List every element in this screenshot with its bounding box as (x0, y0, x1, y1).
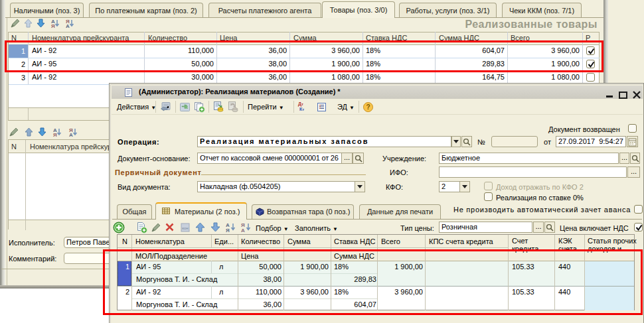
svg-text:А: А (241, 227, 245, 233)
svg-text:А: А (66, 23, 70, 28)
svg-text:?: ? (366, 103, 370, 111)
svg-text:А: А (69, 132, 73, 137)
svg-text:Я: Я (51, 23, 55, 28)
svg-text:кон: кон (182, 226, 188, 230)
svg-text:Я: Я (226, 227, 230, 233)
svg-text:Я: Я (53, 132, 57, 137)
